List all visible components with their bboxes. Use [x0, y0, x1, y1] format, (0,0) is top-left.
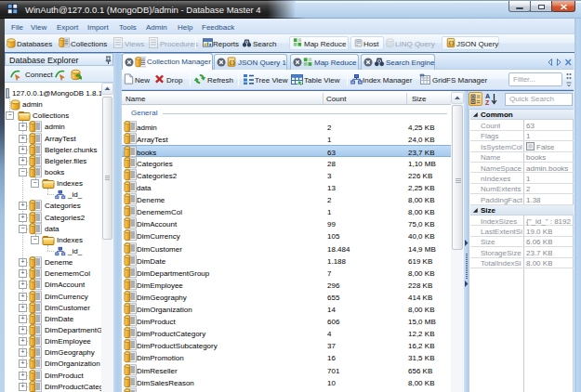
svg-text:A: A: [485, 93, 490, 99]
svg-text:Z: Z: [485, 99, 490, 106]
